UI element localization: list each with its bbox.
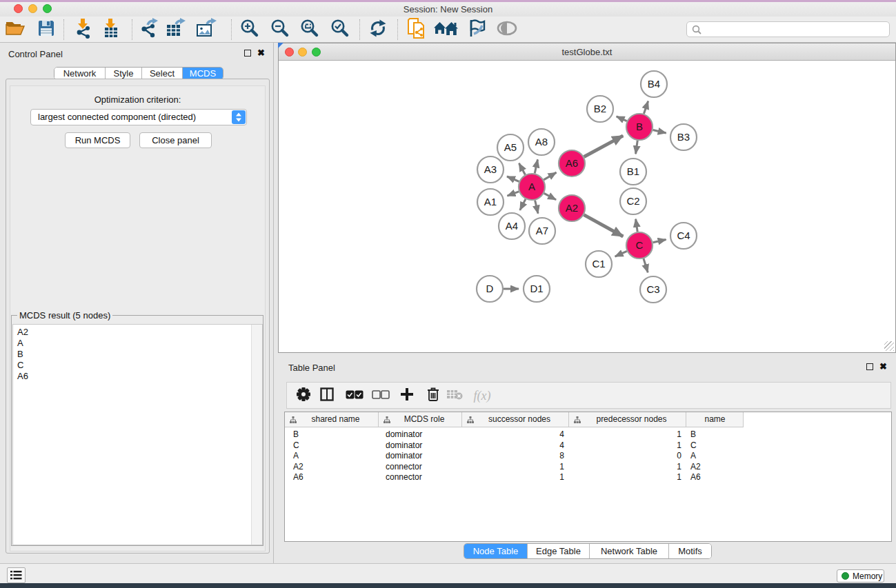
graph-node-label: A3 [484,163,497,175]
graph-edge[interactable] [636,219,638,232]
show-graphics-details-icon[interactable] [466,19,486,41]
graph-node-label: B [636,121,643,132]
import-network-icon[interactable] [74,18,93,41]
tab-mcds[interactable]: MCDS [182,68,223,79]
graph-edge[interactable] [636,141,638,154]
export-image-icon[interactable] [195,18,217,41]
search-input[interactable] [686,21,890,37]
graph-node-label: B1 [627,165,639,177]
zoom-fit-icon[interactable] [300,19,319,41]
delete-table-icon[interactable] [446,389,463,403]
tab-node-table[interactable]: Node Table [464,544,527,558]
table-row[interactable]: Cdominator41C [285,440,744,451]
column-header-MCDS-role[interactable]: MCDS role [378,412,461,427]
duplicate-network-icon[interactable] [407,17,426,42]
delete-column-icon[interactable] [427,387,439,405]
network-minimize-button[interactable] [298,48,307,57]
graph-edge[interactable] [653,240,666,243]
optimization-criterion-select[interactable]: largest connected component (directed) [30,109,247,125]
table-row[interactable]: A6connector11A6 [285,472,744,483]
node-table[interactable]: shared nameMCDS rolesuccessor nodesprede… [284,412,892,542]
graph-edge[interactable] [544,172,556,180]
deselect-all-icon[interactable] [372,389,390,402]
float-panel-button[interactable] [244,50,251,57]
toolbar-separator [231,19,232,40]
result-item[interactable]: C [17,360,262,371]
tab-network[interactable]: Network [54,68,105,79]
column-header-predecessor-nodes[interactable]: predecessor nodes [568,412,686,427]
zoom-out-icon[interactable] [270,19,290,41]
graph-edge[interactable] [544,193,556,199]
mcds-result-list[interactable]: A2ABCA6 [12,324,263,545]
import-table-icon[interactable] [101,18,121,41]
graph-edge[interactable] [535,159,537,173]
export-network-icon[interactable] [139,18,160,41]
export-table-icon[interactable] [165,18,187,41]
result-item[interactable]: B [17,349,262,360]
save-session-icon[interactable] [37,19,55,40]
table-cell: A [293,450,299,461]
graph-edge[interactable] [653,130,666,134]
graph-edge[interactable] [519,163,525,175]
column-header-name[interactable]: name [686,412,744,427]
graph-node-label: C4 [677,230,690,241]
float-table-panel-button[interactable] [866,363,873,370]
tab-style[interactable]: Style [105,68,141,79]
zoom-in-icon[interactable] [240,19,259,41]
result-item[interactable]: A6 [17,371,262,382]
table-row[interactable]: Bdominator41B [285,429,744,440]
graph-edge[interactable] [644,258,648,272]
refresh-icon[interactable] [368,19,388,41]
status-bar: Memory [0,563,896,583]
network-window[interactable]: testGlobe.txt B4B2BB3A5A8A6A3B1AC2A1A2A4… [278,43,896,353]
graph-edge[interactable] [520,199,526,210]
open-session-icon[interactable] [5,19,26,40]
window-resize-handle[interactable] [884,341,894,351]
graph-edge[interactable] [644,101,648,114]
tab-select[interactable]: Select [141,68,182,79]
show-hide-panel-icon[interactable] [496,21,518,39]
add-column-icon[interactable] [400,387,414,404]
network-zoom-button[interactable] [312,48,321,57]
network-window-titlebar[interactable]: testGlobe.txt [279,43,895,61]
task-history-button[interactable] [7,567,26,583]
close-panel-button[interactable]: ✖ [257,50,265,57]
graph-edge[interactable] [507,176,519,181]
column-header-shared-name[interactable]: shared name [285,412,378,427]
graph-edge[interactable] [507,192,519,196]
desktop-pane: testGlobe.txt B4B2BB3A5A8A6A3B1AC2A1A2A4… [274,43,896,563]
toggle-panel-icon[interactable] [320,387,334,404]
close-table-panel-button[interactable]: ✖ [879,363,887,370]
memory-label: Memory [853,571,882,581]
table-settings-icon[interactable] [296,387,311,405]
table-row[interactable]: Adominator80A [285,450,744,461]
table-cell: 0 [677,450,681,461]
home-icon[interactable] [434,19,459,40]
network-close-button[interactable] [285,48,294,57]
graph-node-label: B4 [648,78,660,90]
network-graph[interactable]: B4B2BB3A5A8A6A3B1AC2A1A2A4A7C4CC1C3DD1 [279,61,895,353]
graph-edge[interactable] [615,251,627,256]
graph-edge[interactable] [584,136,624,157]
tab-motifs[interactable]: Motifs [668,544,711,558]
zoom-selected-icon[interactable] [330,19,350,41]
result-item[interactable]: A [17,338,262,349]
close-window-button[interactable] [14,4,23,13]
graph-node-label: A6 [566,157,578,169]
tab-edge-table[interactable]: Edge Table [527,544,589,558]
close-panel-button2[interactable]: Close panel [139,132,212,148]
graph-edge[interactable] [584,215,624,236]
minimize-window-button[interactable] [28,4,37,13]
result-scrollbar[interactable] [251,325,262,545]
graph-edge[interactable] [535,200,539,213]
memory-button[interactable]: Memory [837,569,884,582]
select-all-icon[interactable] [346,389,364,402]
run-mcds-button[interactable]: Run MCDS [65,132,130,148]
result-item[interactable]: A2 [17,327,262,338]
column-header-successor-nodes[interactable]: successor nodes [461,412,568,427]
table-row[interactable]: A2connector11A2 [285,461,744,472]
zoom-window-button[interactable] [43,4,52,13]
graph-edge[interactable] [617,116,627,121]
tab-network-table[interactable]: Network Table [589,544,668,558]
function-builder-icon[interactable]: f(x) [474,389,491,403]
